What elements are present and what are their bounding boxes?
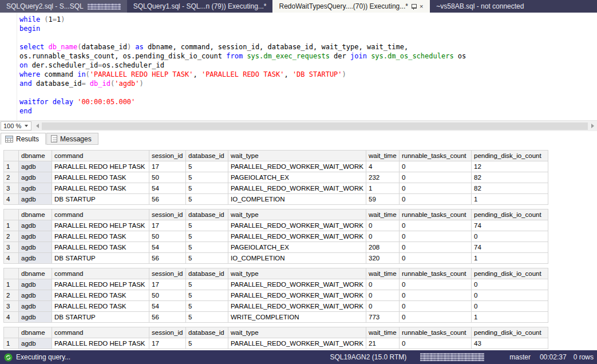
cell-wait_time[interactable]: 0 bbox=[366, 231, 399, 242]
column-header-dbname[interactable]: dbname bbox=[19, 327, 52, 338]
cell-wait_type[interactable]: IO_COMPLETION bbox=[228, 253, 366, 264]
column-header-session_id[interactable]: session_id bbox=[149, 209, 186, 220]
cell-dbname[interactable]: agdb bbox=[19, 231, 52, 242]
select-all-corner[interactable] bbox=[4, 268, 19, 279]
cell-pending_disk_io_count[interactable]: 1 bbox=[471, 312, 548, 323]
column-header-wait_type[interactable]: wait_type bbox=[228, 209, 366, 220]
column-header-database_id[interactable]: database_id bbox=[186, 151, 228, 161]
cell-pending_disk_io_count[interactable]: 0 bbox=[471, 290, 548, 301]
cell-session_id[interactable]: 50 bbox=[149, 172, 186, 183]
cell-wait_type[interactable]: PARALLEL_REDO_WORKER_WAIT_WORK bbox=[228, 338, 366, 349]
cell-database_id[interactable]: 5 bbox=[186, 279, 228, 290]
cell-session_id[interactable]: 17 bbox=[149, 279, 186, 290]
column-header-dbname[interactable]: dbname bbox=[19, 209, 52, 220]
cell-dbname[interactable]: agdb bbox=[19, 242, 52, 253]
cell-runnable_tasks_count[interactable]: 0 bbox=[399, 183, 471, 194]
cell-database_id[interactable]: 5 bbox=[186, 183, 228, 194]
cell-dbname[interactable]: agdb bbox=[19, 253, 52, 264]
cell-database_id[interactable]: 5 bbox=[186, 312, 228, 323]
document-tab-4[interactable]: ~vs58AB.sql - not connected bbox=[430, 0, 530, 13]
document-tab-1[interactable]: SQLQuery2.sql - S...SQL bbox=[0, 0, 127, 13]
scrollbar-thumb[interactable] bbox=[42, 122, 588, 130]
cell-pending_disk_io_count[interactable]: 0 bbox=[471, 301, 548, 312]
cell-command[interactable]: DB STARTUP bbox=[52, 253, 149, 264]
row-header[interactable]: 3 bbox=[4, 183, 19, 194]
cell-wait_time[interactable]: 232 bbox=[366, 172, 399, 183]
cell-command[interactable]: PARALLEL REDO HELP TASK bbox=[52, 338, 149, 349]
cell-wait_type[interactable]: IO_COMPLETION bbox=[228, 194, 366, 205]
row-header[interactable]: 4 bbox=[4, 312, 19, 323]
cell-session_id[interactable]: 56 bbox=[149, 253, 186, 264]
column-header-command[interactable]: command bbox=[52, 327, 149, 338]
column-header-wait_type[interactable]: wait_type bbox=[228, 268, 366, 279]
column-header-database_id[interactable]: database_id bbox=[186, 268, 228, 279]
cell-wait_type[interactable]: PARALLEL_REDO_WORKER_WAIT_WORK bbox=[228, 279, 366, 290]
row-header[interactable]: 1 bbox=[4, 220, 19, 231]
sql-editor[interactable]: while (1=1)beginselect db_name(database_… bbox=[0, 13, 597, 120]
column-header-database_id[interactable]: database_id bbox=[186, 209, 228, 220]
cell-wait_type[interactable]: PAGEIOLATCH_EX bbox=[228, 172, 366, 183]
cell-session_id[interactable]: 50 bbox=[149, 290, 186, 301]
column-header-wait_time[interactable]: wait_time bbox=[366, 268, 399, 279]
column-header-runnable_tasks_count[interactable]: runnable_tasks_count bbox=[399, 268, 471, 279]
cell-command[interactable]: PARALLEL REDO TASK bbox=[52, 242, 149, 253]
cell-database_id[interactable]: 5 bbox=[186, 290, 228, 301]
column-header-pending_disk_io_count[interactable]: pending_disk_io_count bbox=[471, 327, 548, 338]
cell-pending_disk_io_count[interactable]: 82 bbox=[471, 183, 548, 194]
row-header[interactable]: 1 bbox=[4, 338, 19, 349]
cell-wait_time[interactable]: 1 bbox=[366, 183, 399, 194]
cell-wait_type[interactable]: PARALLEL_REDO_WORKER_WAIT_WORK bbox=[228, 220, 366, 231]
cell-dbname[interactable]: agdb bbox=[19, 338, 52, 349]
cell-runnable_tasks_count[interactable]: 0 bbox=[399, 194, 471, 205]
cell-dbname[interactable]: agdb bbox=[19, 301, 52, 312]
cell-database_id[interactable]: 5 bbox=[186, 301, 228, 312]
column-header-runnable_tasks_count[interactable]: runnable_tasks_count bbox=[399, 209, 471, 220]
cell-wait_type[interactable]: PARALLEL_REDO_WORKER_WAIT_WORK bbox=[228, 183, 366, 194]
scroll-right-button[interactable] bbox=[588, 121, 597, 131]
cell-dbname[interactable]: agdb bbox=[19, 161, 52, 172]
row-header[interactable]: 4 bbox=[4, 253, 19, 264]
column-header-command[interactable]: command bbox=[52, 268, 149, 279]
tab-results[interactable]: Results bbox=[1, 133, 46, 145]
column-header-command[interactable]: command bbox=[52, 209, 149, 220]
cell-session_id[interactable]: 50 bbox=[149, 231, 186, 242]
cell-pending_disk_io_count[interactable]: 0 bbox=[471, 231, 548, 242]
select-all-corner[interactable] bbox=[4, 327, 19, 338]
cell-pending_disk_io_count[interactable]: 74 bbox=[471, 242, 548, 253]
cell-runnable_tasks_count[interactable]: 0 bbox=[399, 301, 471, 312]
cell-session_id[interactable]: 17 bbox=[149, 338, 186, 349]
document-tab-3[interactable]: RedoWaitTypesQuery....(70)) Executing...… bbox=[272, 0, 430, 13]
cell-database_id[interactable]: 5 bbox=[186, 161, 228, 172]
cell-pending_disk_io_count[interactable]: 1 bbox=[471, 253, 548, 264]
cell-wait_type[interactable]: PARALLEL_REDO_WORKER_WAIT_WORK bbox=[228, 231, 366, 242]
cell-session_id[interactable]: 54 bbox=[149, 242, 186, 253]
cell-session_id[interactable]: 54 bbox=[149, 183, 186, 194]
row-header[interactable]: 2 bbox=[4, 290, 19, 301]
cell-command[interactable]: PARALLEL REDO TASK bbox=[52, 172, 149, 183]
cell-wait_time[interactable]: 21 bbox=[366, 338, 399, 349]
column-header-session_id[interactable]: session_id bbox=[149, 327, 186, 338]
row-header[interactable]: 2 bbox=[4, 231, 19, 242]
cell-command[interactable]: PARALLEL REDO HELP TASK bbox=[52, 161, 149, 172]
cell-wait_type[interactable]: PARALLEL_REDO_WORKER_WAIT_WORK bbox=[228, 290, 366, 301]
cell-runnable_tasks_count[interactable]: 0 bbox=[399, 220, 471, 231]
cell-wait_time[interactable]: 0 bbox=[366, 220, 399, 231]
cell-pending_disk_io_count[interactable]: 12 bbox=[471, 161, 548, 172]
cell-dbname[interactable]: agdb bbox=[19, 312, 52, 323]
cell-database_id[interactable]: 5 bbox=[186, 338, 228, 349]
cell-command[interactable]: DB STARTUP bbox=[52, 194, 149, 205]
row-header[interactable]: 3 bbox=[4, 301, 19, 312]
row-header[interactable]: 1 bbox=[4, 279, 19, 290]
column-header-pending_disk_io_count[interactable]: pending_disk_io_count bbox=[471, 268, 548, 279]
cell-command[interactable]: DB STARTUP bbox=[52, 312, 149, 323]
cell-command[interactable]: PARALLEL REDO HELP TASK bbox=[52, 220, 149, 231]
cell-pending_disk_io_count[interactable]: 1 bbox=[471, 194, 548, 205]
cell-wait_time[interactable]: 59 bbox=[366, 194, 399, 205]
zoom-dropdown[interactable]: 100 % bbox=[1, 121, 31, 130]
cell-wait_time[interactable]: 773 bbox=[366, 312, 399, 323]
cell-dbname[interactable]: agdb bbox=[19, 194, 52, 205]
cell-pending_disk_io_count[interactable]: 74 bbox=[471, 220, 548, 231]
cell-pending_disk_io_count[interactable]: 43 bbox=[471, 338, 548, 349]
column-header-runnable_tasks_count[interactable]: runnable_tasks_count bbox=[399, 151, 471, 161]
row-header[interactable]: 1 bbox=[4, 161, 19, 172]
